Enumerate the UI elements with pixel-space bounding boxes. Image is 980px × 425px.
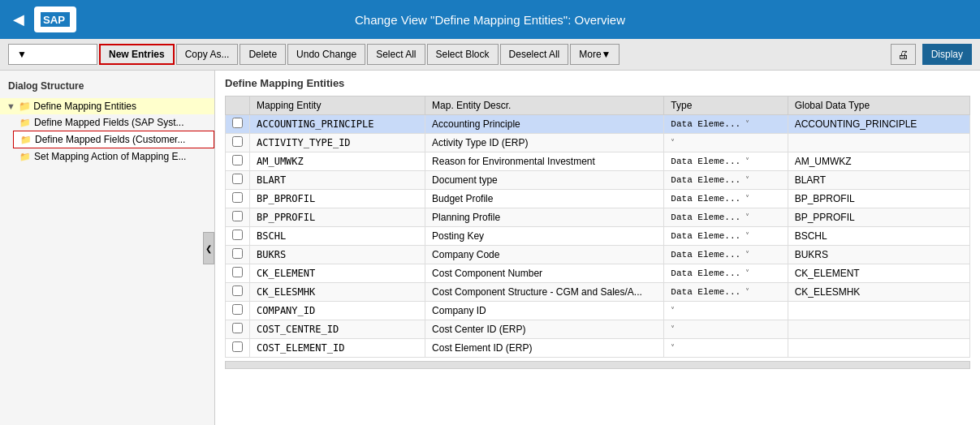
- row-checkbox[interactable]: [226, 115, 250, 134]
- row-description: Planning Profile: [425, 208, 664, 227]
- row-global-data-type: BUKRS: [788, 246, 969, 264]
- new-entries-button[interactable]: New Entries: [99, 44, 175, 65]
- row-type: ˅: [664, 134, 788, 152]
- row-description: Company ID: [425, 302, 664, 320]
- deselect-all-button[interactable]: Deselect All: [500, 44, 569, 65]
- row-global-data-type: AM_UMWKZ: [788, 152, 969, 171]
- row-checkbox[interactable]: [226, 339, 250, 358]
- row-type: Data Eleme... ˅: [664, 115, 788, 134]
- col-header-global-data-type: Global Data Type: [788, 97, 969, 115]
- table-row[interactable]: BLARTDocument typeData Eleme... ˅BLART: [226, 171, 970, 190]
- top-bar: ◀ SAP Change View "Define Mapping Entiti…: [0, 0, 980, 39]
- folder-icon-2: 📁: [20, 135, 32, 145]
- row-type: ˅: [664, 339, 788, 358]
- row-description: Activity Type ID (ERP): [425, 134, 664, 152]
- printer-button[interactable]: 🖨: [891, 44, 916, 65]
- type-dropdown-icon[interactable]: ˅: [740, 288, 749, 297]
- copy-as-button[interactable]: Copy As...: [176, 44, 239, 65]
- type-dropdown-icon[interactable]: ˅: [740, 120, 749, 129]
- row-checkbox[interactable]: [226, 227, 250, 246]
- type-dropdown-icon[interactable]: ˅: [740, 232, 749, 241]
- type-dropdown-icon[interactable]: ˅: [671, 344, 675, 353]
- row-checkbox[interactable]: [226, 320, 250, 339]
- row-type: Data Eleme... ˅: [664, 152, 788, 171]
- col-header-checkbox: [226, 97, 250, 115]
- row-checkbox[interactable]: [226, 152, 250, 171]
- row-checkbox[interactable]: [226, 134, 250, 152]
- row-global-data-type: [788, 302, 969, 320]
- printer-icon: 🖨: [898, 49, 909, 61]
- sidebar-item-define-mapped-fields-sap[interactable]: 📁 Define Mapped Fields (SAP Syst...: [13, 114, 214, 131]
- sidebar-item-define-mapped-fields-customer[interactable]: 📁 Define Mapped Fields (Customer...: [13, 131, 214, 148]
- row-checkbox[interactable]: [226, 302, 250, 320]
- select-block-button[interactable]: Select Block: [427, 44, 499, 65]
- display-button[interactable]: Display: [922, 44, 972, 65]
- data-table: Mapping Entity Map. Entity Descr. Type G…: [225, 96, 970, 358]
- page-title: Change View "Define Mapping Entities": O…: [355, 13, 625, 27]
- row-checkbox[interactable]: [226, 190, 250, 208]
- row-description: Cost Component Structure - CGM and Sales…: [425, 283, 664, 302]
- sidebar: Dialog Structure ▼ 📁 Define Mapping Enti…: [0, 71, 215, 425]
- row-checkbox[interactable]: [226, 283, 250, 302]
- table-row[interactable]: COST_CENTRE_IDCost Center ID (ERP)˅: [226, 320, 970, 339]
- row-description: Budget Profile: [425, 190, 664, 208]
- svg-text:SAP: SAP: [43, 14, 65, 26]
- toolbar-dropdown[interactable]: ▼: [8, 44, 97, 65]
- table-row[interactable]: ACCOUNTING_PRINCIPLEAccounting Principle…: [226, 115, 970, 134]
- row-global-data-type: CK_ELESMHK: [788, 283, 969, 302]
- type-dropdown-icon[interactable]: ˅: [740, 195, 749, 204]
- type-dropdown-icon[interactable]: ˅: [740, 251, 749, 260]
- table-row[interactable]: BP_BPROFILBudget ProfileData Eleme... ˅B…: [226, 190, 970, 208]
- type-dropdown-icon[interactable]: ˅: [671, 325, 675, 334]
- table-row[interactable]: BP_PPROFILPlanning ProfileData Eleme... …: [226, 208, 970, 227]
- undo-change-button[interactable]: Undo Change: [287, 44, 365, 65]
- row-global-data-type: BLART: [788, 171, 969, 190]
- table-row[interactable]: COST_ELEMENT_IDCost Element ID (ERP)˅: [226, 339, 970, 358]
- row-type: Data Eleme... ˅: [664, 171, 788, 190]
- horizontal-scrollbar[interactable]: [225, 361, 970, 369]
- row-global-data-type: [788, 339, 969, 358]
- type-dropdown-icon[interactable]: ˅: [740, 157, 749, 166]
- row-checkbox[interactable]: [226, 208, 250, 227]
- more-button[interactable]: More ▼: [570, 44, 620, 65]
- table-row[interactable]: BSCHLPosting KeyData Eleme... ˅BSCHL: [226, 227, 970, 246]
- more-label: More: [579, 49, 601, 60]
- table-row[interactable]: CK_ELEMENTCost Component NumberData Elem…: [226, 264, 970, 283]
- table-row[interactable]: BUKRSCompany CodeData Eleme... ˅BUKRS: [226, 246, 970, 264]
- tree-expand-icon: ▼: [6, 101, 15, 111]
- row-type: ˅: [664, 320, 788, 339]
- sidebar-item-define-mapping-entities[interactable]: ▼ 📁 Define Mapping Entities: [0, 98, 214, 114]
- row-mapping-entity: CK_ELEMENT: [250, 264, 425, 283]
- more-chevron-icon: ▼: [602, 49, 611, 60]
- row-mapping-entity: CK_ELESMHK: [250, 283, 425, 302]
- row-global-data-type: [788, 134, 969, 152]
- row-checkbox[interactable]: [226, 171, 250, 190]
- back-button[interactable]: ◀: [10, 7, 28, 32]
- col-header-type: Type: [664, 97, 788, 115]
- table-row[interactable]: COMPANY_IDCompany ID˅: [226, 302, 970, 320]
- type-dropdown-icon[interactable]: ˅: [740, 269, 749, 278]
- folder-icon-1: 📁: [19, 118, 31, 128]
- sidebar-collapse-button[interactable]: ❮: [203, 232, 214, 264]
- sidebar-item-set-mapping-action[interactable]: 📁 Set Mapping Action of Mapping E...: [13, 148, 214, 165]
- table-row[interactable]: CK_ELESMHKCost Component Structure - CGM…: [226, 283, 970, 302]
- type-dropdown-icon[interactable]: ˅: [671, 307, 675, 316]
- table-row[interactable]: ACTIVITY_TYPE_IDActivity Type ID (ERP)˅: [226, 134, 970, 152]
- tree-node-icon: 📁: [19, 101, 31, 112]
- delete-button[interactable]: Delete: [240, 44, 286, 65]
- type-dropdown-icon[interactable]: ˅: [671, 139, 675, 148]
- row-checkbox[interactable]: [226, 246, 250, 264]
- select-all-button[interactable]: Select All: [367, 44, 425, 65]
- type-dropdown-icon[interactable]: ˅: [740, 213, 749, 222]
- sidebar-item-label-1: Define Mapped Fields (SAP Syst...: [34, 117, 184, 128]
- table-row[interactable]: AM_UMWKZReason for Environmental Investm…: [226, 152, 970, 171]
- type-dropdown-icon[interactable]: ˅: [740, 176, 749, 185]
- row-mapping-entity: BLART: [250, 171, 425, 190]
- row-global-data-type: BP_BPROFIL: [788, 190, 969, 208]
- table-header-row: Mapping Entity Map. Entity Descr. Type G…: [226, 97, 970, 115]
- row-checkbox[interactable]: [226, 264, 250, 283]
- row-type: Data Eleme... ˅: [664, 264, 788, 283]
- row-type: ˅: [664, 302, 788, 320]
- row-mapping-entity: BSCHL: [250, 227, 425, 246]
- row-description: Cost Center ID (ERP): [425, 320, 664, 339]
